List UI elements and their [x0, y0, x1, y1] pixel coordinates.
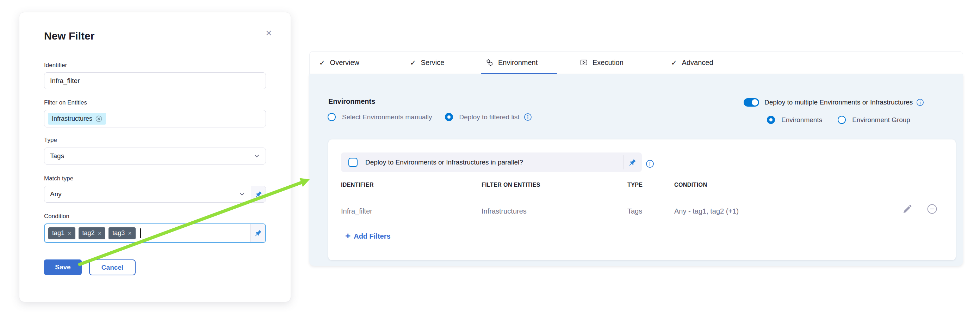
multi-env-toggle[interactable] [744, 98, 759, 107]
chip-label: tag1 [52, 229, 64, 237]
chip-label: tag2 [83, 229, 95, 237]
plus-icon: + [345, 231, 350, 240]
condition-tag-chip[interactable]: tag2 × [78, 227, 106, 239]
filters-card: Deploy to Environments or Infrastructure… [328, 139, 956, 260]
tab-advanced[interactable]: ✓ Advanced [671, 51, 713, 74]
environment-icon [485, 59, 493, 67]
col-header: TYPE [627, 182, 674, 188]
filters-table-header: IDENTIFIER FILTER ON ENTITIES TYPE CONDI… [341, 182, 937, 188]
chip-label: tag3 [112, 229, 125, 237]
edit-pencil-icon[interactable] [902, 204, 913, 214]
cancel-button[interactable]: Cancel [89, 259, 135, 275]
col-header: IDENTIFIER [341, 182, 482, 188]
chevron-down-icon [253, 152, 261, 160]
check-icon: ✓ [410, 59, 416, 67]
radio-deploy-filtered-list[interactable] [445, 113, 453, 121]
table-row[interactable]: Infra_filter Infrastructures Tags Any - … [341, 205, 937, 217]
filter-on-entities-field[interactable]: Infrastructures [44, 110, 266, 127]
tab-label: Overview [330, 59, 359, 67]
condition-tag-chip[interactable]: tag3 × [108, 227, 135, 239]
col-header: FILTER ON ENTITIES [482, 182, 627, 188]
condition-field[interactable]: tag1 × tag2 × tag3 × [44, 223, 266, 243]
tab-service[interactable]: ✓ Service [410, 51, 444, 74]
close-icon[interactable]: × [262, 26, 275, 39]
match-type-label: Match type [44, 175, 73, 182]
identifier-field[interactable]: Infra_filter [44, 72, 266, 89]
info-icon[interactable] [916, 98, 924, 106]
identifier-value: Infra_filter [50, 77, 80, 85]
radio-label: Deploy to filtered list [459, 113, 520, 121]
type-select[interactable]: Tags [44, 147, 266, 165]
radio-label: Environments [781, 116, 822, 124]
radio-environments[interactable] [767, 116, 775, 124]
check-icon: ✓ [671, 59, 678, 67]
remove-tag-icon[interactable]: × [68, 230, 72, 237]
parallel-checkbox-label: Deploy to Environments or Infrastructure… [365, 158, 523, 166]
condition-label: Condition [44, 213, 69, 220]
radio-label: Environment Group [852, 116, 910, 124]
multi-env-toggle-row: Deploy to multiple Environments or Infra… [744, 98, 924, 107]
radio-environment-group[interactable] [838, 116, 846, 124]
tab-overview[interactable]: ✓ Overview [319, 51, 359, 74]
tab-label: Advanced [682, 59, 713, 67]
stage-tabbar: ✓ Overview ✓ Service Environment [309, 51, 963, 74]
text-cursor [140, 228, 141, 238]
execution-icon [580, 59, 588, 67]
info-icon[interactable] [646, 160, 654, 168]
remove-tag-icon[interactable]: × [128, 230, 132, 237]
tab-label: Execution [592, 59, 624, 67]
cell-identifier: Infra_filter [341, 207, 482, 215]
env-target-radios: Environments Environment Group [767, 116, 910, 124]
toggle-label: Deploy to multiple Environments or Infra… [764, 98, 913, 106]
cell-filter-on-entities: Infrastructures [482, 207, 627, 215]
radio-label: Select Environments manually [342, 113, 432, 121]
save-button[interactable]: Save [44, 259, 82, 275]
cell-type: Tags [627, 207, 674, 215]
radio-select-manually[interactable] [328, 113, 336, 121]
environments-heading: Environments [328, 98, 375, 106]
cell-condition: Any - tag1, tag2 (+1) [674, 207, 937, 215]
identifier-label: Identifier [44, 62, 67, 69]
parallel-option-bar: Deploy to Environments or Infrastructure… [341, 152, 642, 172]
add-filters-label: Add Filters [354, 232, 390, 240]
new-filter-dialog: New Filter × Identifier Infra_filter Fil… [19, 12, 291, 302]
tab-environment[interactable]: Environment [485, 51, 538, 74]
chevron-down-icon [238, 190, 246, 198]
info-icon[interactable] [524, 113, 532, 121]
remove-row-icon[interactable] [927, 204, 937, 214]
entities-chip-label: Infrastructures [52, 115, 92, 122]
parallel-checkbox[interactable] [348, 158, 358, 167]
remove-chip-icon[interactable] [95, 115, 102, 122]
match-type-select[interactable]: Any [44, 186, 266, 203]
type-value: Tags [50, 152, 64, 160]
remove-tag-icon[interactable]: × [98, 230, 102, 237]
check-icon: ✓ [319, 59, 326, 67]
row-actions [902, 204, 937, 214]
tab-label: Environment [498, 59, 538, 67]
match-type-value: Any [50, 190, 62, 198]
condition-tag-chip[interactable]: tag1 × [48, 227, 75, 239]
filter-on-entities-label: Filter on Entities [44, 99, 87, 106]
type-label: Type [44, 137, 57, 144]
pin-icon[interactable] [251, 186, 266, 202]
tab-execution[interactable]: Execution [580, 51, 624, 74]
add-filters-button[interactable]: + Add Filters [345, 232, 391, 240]
app-root: New Filter × Identifier Infra_filter Fil… [0, 0, 980, 317]
environment-mode-radios: Select Environments manually Deploy to f… [328, 113, 532, 121]
pin-icon[interactable] [628, 158, 636, 167]
entities-chip[interactable]: Infrastructures [48, 113, 106, 125]
tab-label: Service [421, 59, 445, 67]
pin-icon[interactable] [250, 224, 265, 242]
dialog-title: New Filter [44, 30, 94, 42]
divider [624, 155, 624, 170]
environment-panel: Environments Select Environments manuall… [309, 74, 963, 266]
col-header: CONDITION [674, 182, 937, 188]
